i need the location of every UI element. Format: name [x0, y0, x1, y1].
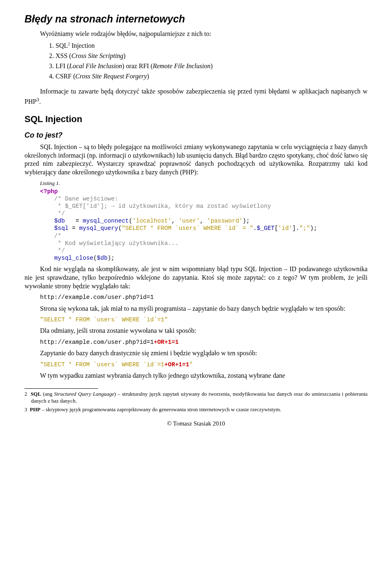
para-text: .: [39, 98, 41, 105]
list-text: ): [147, 73, 149, 80]
page-footer: © Tomasz Stasiak 2010: [24, 420, 368, 428]
list-num: 1.: [49, 42, 54, 49]
code-php-open: <?php: [40, 188, 58, 195]
footnote: 2 SQL (ang Structured Query Language) – …: [24, 391, 368, 405]
list-num: 3.: [49, 62, 54, 69]
list-text: CSRF (: [56, 73, 75, 80]
list-num: 2.: [49, 52, 54, 59]
code-var: $db: [97, 255, 107, 261]
code-paren: (: [129, 218, 133, 224]
code-string: 'localhost': [132, 218, 172, 224]
list-italic: Remote File Inclusion: [153, 62, 210, 69]
footnote-term: SQL: [31, 391, 41, 397]
code-sql: "SELECT * FROM `users` WHERE `id`=1+OR+1…: [40, 361, 368, 368]
footnote-separator: [24, 388, 98, 389]
code-func: mysql_connect: [82, 218, 129, 224]
code-url: http://example.com/user.php?id=1+OR+1=1: [40, 339, 368, 346]
code-string: 'password': [207, 218, 243, 224]
sql-highlight: +OR+1=1: [165, 361, 189, 368]
code-text: =: [69, 225, 79, 232]
code-var: $_GET: [257, 225, 275, 232]
code-func: mysql_close: [54, 255, 94, 261]
code-block: <?php /* Dane wejściowe: * $_GET['id']; …: [40, 188, 368, 262]
sql-string: "SELECT * FROM `users` WHERE `id`=1: [40, 361, 165, 368]
code-string: 'user': [178, 218, 200, 224]
list-item: 1. SQL2 Injection: [49, 41, 368, 50]
url-highlight: +OR+1=1: [154, 339, 178, 345]
code-text: .: [253, 225, 257, 232]
list-text: SQL: [56, 42, 68, 49]
listing-label: Listing 1.: [40, 180, 368, 187]
code-paren: (: [94, 255, 97, 261]
code-text: );: [243, 218, 249, 224]
paragraph: Zapytanie do bazy danych drastycznie się…: [24, 349, 368, 358]
error-type-list: 1. SQL2 Injection 2. XSS (Cross Site Scr…: [49, 41, 368, 81]
footnote-num: 2: [24, 391, 27, 397]
list-num: 4.: [49, 73, 54, 80]
footnote-text: – skryptowy język programowania zaprojek…: [40, 406, 281, 412]
para-text: Informacje tu zawarte będą dotyczyć takż…: [24, 88, 368, 105]
code-comment: */: [40, 210, 65, 217]
code-text: ,: [200, 218, 207, 224]
paragraph: W tym wypadku zamiast wybrania danych ty…: [24, 372, 368, 380]
paragraph: Kod nie wygląda na skomplikowany, ale je…: [24, 265, 368, 290]
paragraph: Dla odmiany, jeśli strona zostanie wywoł…: [24, 327, 368, 335]
footnote: 3 PHP – skryptowy język programowania za…: [24, 406, 368, 413]
list-item: 2. XSS (Cross Site Scripting): [49, 52, 368, 60]
code-text: [: [274, 225, 278, 232]
code-comment: * Kod wyświetlający użytkownika...: [40, 240, 178, 247]
footnote-text: (ang: [41, 391, 54, 397]
code-text: ,: [172, 218, 178, 224]
list-text: ): [123, 52, 125, 59]
code-url: http://example.com/user.php?id=1: [40, 294, 368, 301]
code-text: );: [310, 225, 317, 232]
code-comment: /*: [40, 233, 61, 239]
list-text: Injection: [70, 42, 95, 49]
code-text: ]: [292, 225, 296, 232]
sql-string: "SELECT * FROM `users` WHERE `id`=1": [40, 316, 168, 323]
subsection-title: Co to jest?: [24, 131, 368, 140]
code-string: 'id': [278, 225, 292, 232]
code-var: $sql: [54, 225, 69, 232]
code-paren: (: [118, 225, 122, 232]
list-italic: Local File Inclusion: [69, 62, 122, 69]
list-text: XSS (: [56, 52, 71, 59]
section-title: SQL Injection: [24, 114, 368, 125]
paragraph: Strona się wykona tak, jak miał to na my…: [24, 305, 368, 313]
code-func: mysql_query: [79, 225, 118, 232]
code-comment: /* Dane wejściowe:: [40, 196, 118, 202]
list-item: 4. CSRF (Cross Site Request Forgery): [49, 72, 368, 81]
paragraph: Informacje tu zawarte będą dotyczyć takż…: [24, 87, 368, 106]
footnote-term: PHP: [30, 406, 40, 412]
page-title: Błędy na stronach internetowych: [24, 12, 368, 26]
url-text: http://example.com/user.php?id=1: [40, 339, 154, 345]
code-string: ";": [299, 225, 310, 232]
list-text: LFI (: [56, 62, 69, 69]
code-text: );: [107, 255, 114, 261]
list-italic: Cross Site Request Forgery: [75, 73, 147, 80]
paragraph: SQL Injection – są to błędy polegające n…: [24, 143, 368, 177]
code-comment: */: [40, 247, 65, 254]
list-text: ): [210, 62, 212, 69]
list-item: 3. LFI (Local File Inclusion) oraz RFI (…: [49, 62, 368, 71]
code-sql: "SELECT * FROM `users` WHERE `id`=1": [40, 316, 368, 323]
list-text: ) oraz RFI (: [122, 62, 153, 69]
code-string: "SELECT * FROM `users` WHERE `id` = ": [122, 225, 253, 232]
code-text: =: [65, 218, 83, 224]
list-italic: Cross Site Scripting: [71, 52, 123, 59]
sql-string: ": [189, 361, 193, 368]
footnote-num: 3: [24, 406, 27, 412]
intro-text: Wyróżniamy wiele rodzajów błędów, najpop…: [24, 30, 368, 38]
code-comment: * $_GET['id']; → id użytkownika, który m…: [40, 203, 271, 209]
code-text: .: [296, 225, 300, 232]
code-var: $db: [54, 218, 65, 224]
footnote-italic: Structured Query Language: [54, 391, 114, 397]
